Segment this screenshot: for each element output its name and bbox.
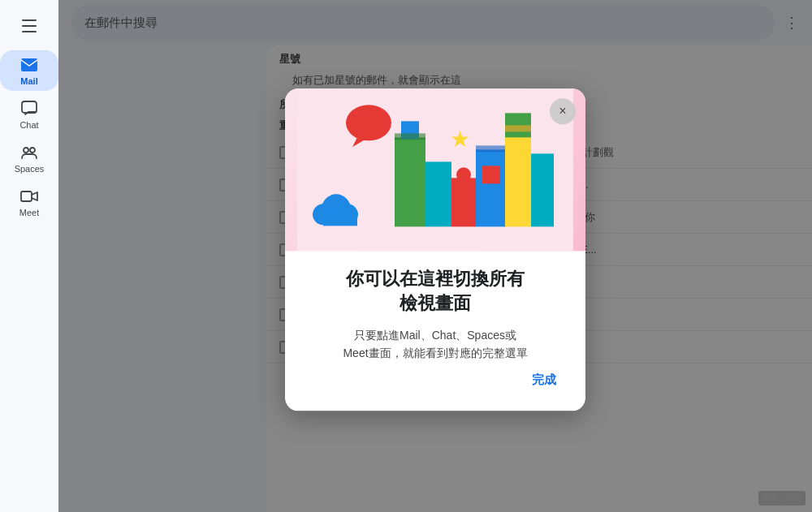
modal-title: 你可以在這裡切換所有 檢視畫面	[308, 267, 563, 317]
svg-rect-0	[21, 58, 37, 71]
modal-body: 你可以在這裡切換所有 檢視畫面 只要點進Mail、Chat、Spaces或 Me…	[285, 251, 585, 411]
modal-description: 只要點進Mail、Chat、Spaces或 Meet畫面，就能看到對應的完整選單	[308, 326, 563, 363]
svg-rect-19	[482, 166, 500, 183]
svg-rect-4	[21, 191, 32, 201]
sidebar-item-spaces-label: Spaces	[15, 164, 45, 174]
onboarding-modal: ★ × 你可以在這裡切換所有 檢視畫面 只要點進Mail、Chat、Spaces…	[285, 88, 585, 411]
blocks-illustration: ★	[297, 88, 573, 251]
svg-rect-18	[531, 153, 554, 226]
chat-icon	[19, 99, 39, 118]
sidebar-item-mail-label: Mail	[20, 76, 37, 86]
close-icon: ×	[559, 104, 566, 118]
svg-rect-14	[451, 178, 476, 226]
modal-done-button[interactable]: 完成	[525, 369, 563, 391]
svg-rect-1	[22, 101, 37, 113]
svg-point-2	[24, 148, 28, 153]
hamburger-icon	[22, 19, 37, 32]
svg-point-6	[346, 105, 391, 140]
svg-rect-25	[505, 125, 531, 131]
modal-done-area: 完成	[308, 369, 563, 391]
svg-rect-24	[476, 145, 505, 152]
svg-rect-23	[395, 133, 425, 140]
modal-close-button[interactable]: ×	[550, 98, 576, 124]
meet-icon	[19, 187, 39, 206]
sidebar-item-meet-label: Meet	[19, 208, 39, 217]
spaces-icon	[19, 143, 39, 162]
sidebar-item-chat-label: Chat	[19, 120, 38, 130]
svg-rect-16	[505, 129, 531, 226]
svg-text:★: ★	[450, 127, 470, 152]
svg-rect-11	[323, 214, 357, 226]
svg-point-3	[30, 148, 35, 153]
svg-rect-15	[476, 149, 505, 226]
svg-point-22	[456, 167, 471, 182]
sidebar-item-chat[interactable]: Chat	[0, 94, 58, 135]
mail-icon	[19, 55, 39, 75]
sidebar-item-meet[interactable]: Meet	[0, 182, 58, 222]
svg-rect-13	[425, 161, 451, 226]
hamburger-button[interactable]	[10, 6, 49, 45]
app-sidebar: Mail Chat Spaces Meet	[0, 0, 58, 512]
svg-rect-12	[395, 137, 425, 226]
modal-illustration: ★ ×	[285, 88, 585, 251]
main-area: 在郵件中搜尋 ⋮ 星號 如有已加星號的郵件，就會顯示在這 所有郵件 重要郵件 ☆…	[58, 0, 812, 512]
sidebar-item-mail[interactable]: Mail	[0, 50, 58, 91]
sidebar-item-spaces[interactable]: Spaces	[0, 138, 58, 179]
